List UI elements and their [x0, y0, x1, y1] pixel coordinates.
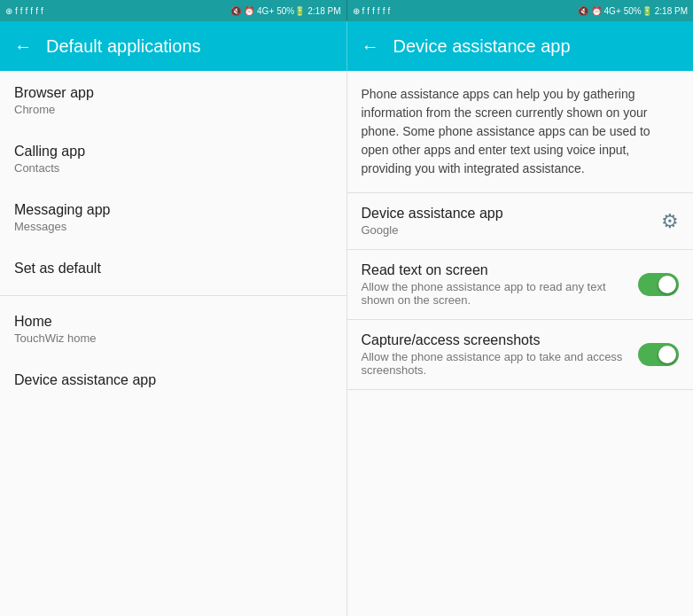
left-header-title: Default applications: [46, 36, 201, 57]
device-assistance-app-text: Device assistance app Google: [362, 206, 651, 237]
add-icon: ⊕: [5, 6, 12, 16]
browser-app-item[interactable]: Browser app Chrome: [0, 71, 346, 129]
fb-icon-r1: f: [362, 6, 365, 16]
main-content: Browser app Chrome Calling app Contacts …: [0, 71, 693, 616]
read-text-subtitle: Allow the phone assistance app to read a…: [362, 280, 628, 307]
read-text-text: Read text on screen Allow the phone assi…: [362, 262, 628, 307]
browser-app-title: Browser app: [14, 85, 332, 101]
fb-icon-r6: f: [387, 6, 390, 16]
messaging-app-title: Messaging app: [14, 202, 332, 218]
set-as-default-item[interactable]: Set as default: [0, 246, 346, 292]
home-subtitle: TouchWiz home: [14, 331, 332, 345]
fb-icon-5: f: [35, 6, 38, 16]
browser-app-subtitle: Chrome: [14, 103, 332, 116]
calling-app-item[interactable]: Calling app Contacts: [0, 129, 346, 188]
calling-app-title: Calling app: [14, 144, 332, 160]
calling-app-subtitle: Contacts: [14, 161, 332, 175]
right-panel: Phone assistance apps can help you by ga…: [347, 71, 694, 616]
right-header: ← Device assistance app: [347, 21, 694, 71]
alarm-icon-2: ⏰: [591, 6, 602, 16]
capture-screenshots-title: Capture/access screenshots: [362, 332, 628, 348]
status-bars: ⊕ f f f f f f 🔇 ⏰ 4G+ 50%🔋 2:18 PM ⊕ f f…: [0, 0, 693, 21]
fb-icon-r3: f: [372, 6, 375, 16]
left-header: ← Default applications: [0, 21, 346, 71]
capture-screenshots-toggle[interactable]: ON: [638, 343, 679, 366]
signal-icon: 4G+: [257, 6, 274, 16]
left-divider: [0, 295, 346, 296]
battery-icon-2: 50%🔋: [624, 6, 652, 16]
messaging-app-item[interactable]: Messaging app Messages: [0, 188, 346, 246]
read-text-toggle[interactable]: ON: [638, 273, 679, 296]
device-assistance-left-item[interactable]: Device assistance app: [0, 358, 346, 403]
fb-icon-r5: f: [383, 6, 385, 16]
messaging-app-subtitle: Messages: [14, 220, 332, 233]
fb-icon-1: f: [15, 6, 18, 16]
status-bar-right-2-right: 🔇 ⏰ 4G+ 50%🔋 2:18 PM: [520, 0, 693, 21]
time-left: 2:18 PM: [308, 6, 340, 16]
alarm-icon: ⏰: [244, 6, 254, 16]
left-back-button[interactable]: ←: [14, 36, 32, 57]
battery-icon: 50%🔋: [276, 6, 305, 16]
add-icon-2: ⊕: [353, 6, 360, 16]
fb-icon-2: f: [20, 6, 23, 16]
capture-screenshots-subtitle: Allow the phone assistance app to take a…: [362, 350, 628, 377]
fb-icon-4: f: [30, 6, 33, 16]
fb-icon-r4: f: [378, 6, 380, 16]
read-text-row[interactable]: Read text on screen Allow the phone assi…: [347, 250, 694, 320]
time-right: 2:18 PM: [655, 6, 688, 16]
header-bars: ← Default applications ← Device assistan…: [0, 21, 693, 71]
gear-icon[interactable]: ⚙: [661, 210, 679, 233]
device-assistance-app-row[interactable]: Device assistance app Google ⚙: [347, 193, 694, 250]
fb-icon-r2: f: [367, 6, 370, 16]
left-panel: Browser app Chrome Calling app Contacts …: [0, 71, 347, 616]
status-bar-right-left: 🔇 ⏰ 4G+ 50%🔋 2:18 PM: [173, 0, 346, 21]
capture-screenshots-toggle-knob: [658, 346, 676, 363]
set-as-default-title: Set as default: [14, 261, 332, 277]
fb-icon-3: f: [26, 6, 28, 16]
mute-icon-2: 🔇: [578, 6, 588, 16]
right-back-button[interactable]: ←: [362, 36, 379, 57]
device-assistance-left-title: Device assistance app: [14, 372, 332, 388]
right-header-title: Device assistance app: [393, 36, 571, 57]
status-bar-left: ⊕ f f f f f f: [0, 0, 173, 21]
read-text-title: Read text on screen: [362, 262, 628, 278]
device-assistance-app-title: Device assistance app: [362, 206, 651, 222]
fb-icon-6: f: [41, 6, 43, 16]
assistance-description: Phone assistance apps can help you by ga…: [347, 71, 694, 193]
signal-icon-2: 4G+: [604, 6, 621, 16]
read-text-toggle-knob: [658, 276, 676, 293]
device-assistance-app-subtitle: Google: [362, 223, 651, 237]
home-item[interactable]: Home TouchWiz home: [0, 300, 346, 358]
status-bar-right-2-left: ⊕ f f f f f f: [347, 0, 520, 21]
home-title: Home: [14, 314, 332, 330]
mute-icon: 🔇: [230, 6, 241, 16]
capture-screenshots-row[interactable]: Capture/access screenshots Allow the pho…: [347, 320, 694, 390]
capture-screenshots-text: Capture/access screenshots Allow the pho…: [362, 332, 628, 377]
